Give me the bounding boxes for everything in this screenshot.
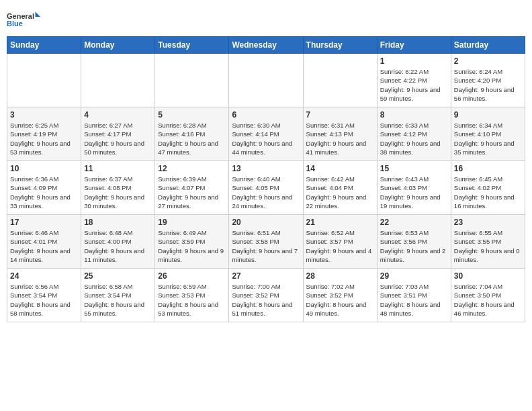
- day-number: 20: [232, 218, 300, 227]
- day-header-monday: Monday: [81, 37, 155, 54]
- day-number: 19: [158, 218, 226, 227]
- day-info: Sunrise: 7:02 AMSunset: 3:52 PMDaylight:…: [306, 282, 374, 318]
- calendar-cell: 29Sunrise: 7:03 AMSunset: 3:51 PMDayligh…: [377, 269, 451, 322]
- day-header-thursday: Thursday: [303, 37, 377, 54]
- day-number: 23: [454, 218, 522, 227]
- calendar-cell: 12Sunrise: 6:39 AMSunset: 4:07 PMDayligh…: [155, 161, 229, 215]
- day-number: 29: [380, 271, 448, 281]
- calendar-cell: 26Sunrise: 6:59 AMSunset: 3:53 PMDayligh…: [155, 269, 229, 322]
- day-info: Sunrise: 6:39 AMSunset: 4:07 PMDaylight:…: [158, 175, 226, 210]
- day-info: Sunrise: 6:51 AMSunset: 3:58 PMDaylight:…: [232, 228, 300, 264]
- calendar-cell: 8Sunrise: 6:33 AMSunset: 4:12 PMDaylight…: [377, 107, 451, 161]
- day-number: 14: [306, 164, 374, 173]
- calendar-cell: 24Sunrise: 6:56 AMSunset: 3:54 PMDayligh…: [7, 269, 81, 322]
- day-number: 24: [10, 271, 78, 281]
- calendar-cell: [81, 54, 155, 107]
- calendar-cell: 22Sunrise: 6:53 AMSunset: 3:56 PMDayligh…: [377, 215, 451, 269]
- day-info: Sunrise: 6:36 AMSunset: 4:09 PMDaylight:…: [10, 175, 78, 210]
- calendar-cell: [155, 54, 229, 107]
- day-number: 1: [380, 56, 448, 66]
- day-number: 9: [454, 110, 522, 120]
- day-info: Sunrise: 6:24 AMSunset: 4:20 PMDaylight:…: [454, 67, 522, 103]
- day-number: 17: [10, 218, 78, 227]
- day-number: 28: [306, 271, 374, 281]
- day-number: 5: [158, 110, 226, 120]
- day-header-saturday: Saturday: [451, 37, 525, 54]
- day-number: 2: [454, 56, 522, 66]
- day-info: Sunrise: 6:59 AMSunset: 3:53 PMDaylight:…: [158, 282, 226, 318]
- day-number: 3: [10, 110, 78, 120]
- day-number: 8: [380, 110, 448, 120]
- day-info: Sunrise: 6:55 AMSunset: 3:55 PMDaylight:…: [454, 228, 522, 264]
- logo-svg: General Blue: [7, 7, 40, 34]
- day-info: Sunrise: 6:58 AMSunset: 3:54 PMDaylight:…: [84, 282, 152, 318]
- calendar-cell: [229, 54, 303, 107]
- day-info: Sunrise: 7:04 AMSunset: 3:50 PMDaylight:…: [454, 282, 522, 318]
- day-info: Sunrise: 6:52 AMSunset: 3:57 PMDaylight:…: [306, 228, 374, 264]
- day-number: 26: [158, 271, 226, 281]
- calendar-table: SundayMondayTuesdayWednesdayThursdayFrid…: [7, 36, 525, 322]
- day-info: Sunrise: 6:28 AMSunset: 4:16 PMDaylight:…: [158, 121, 226, 156]
- week-row-3: 10Sunrise: 6:36 AMSunset: 4:09 PMDayligh…: [7, 161, 525, 215]
- week-row-4: 17Sunrise: 6:46 AMSunset: 4:01 PMDayligh…: [7, 215, 525, 269]
- calendar-cell: 21Sunrise: 6:52 AMSunset: 3:57 PMDayligh…: [303, 215, 377, 269]
- calendar-cell: 1Sunrise: 6:22 AMSunset: 4:22 PMDaylight…: [377, 54, 451, 107]
- day-info: Sunrise: 6:43 AMSunset: 4:03 PMDaylight:…: [380, 175, 448, 210]
- calendar-cell: 19Sunrise: 6:49 AMSunset: 3:59 PMDayligh…: [155, 215, 229, 269]
- week-row-1: 1Sunrise: 6:22 AMSunset: 4:22 PMDaylight…: [7, 54, 525, 107]
- calendar-cell: 10Sunrise: 6:36 AMSunset: 4:09 PMDayligh…: [7, 161, 81, 215]
- day-info: Sunrise: 6:22 AMSunset: 4:22 PMDaylight:…: [380, 67, 448, 103]
- calendar-cell: 6Sunrise: 6:30 AMSunset: 4:14 PMDaylight…: [229, 107, 303, 161]
- day-header-wednesday: Wednesday: [229, 37, 303, 54]
- day-info: Sunrise: 6:53 AMSunset: 3:56 PMDaylight:…: [380, 228, 448, 264]
- day-info: Sunrise: 6:45 AMSunset: 4:02 PMDaylight:…: [454, 175, 522, 210]
- day-info: Sunrise: 6:27 AMSunset: 4:17 PMDaylight:…: [84, 121, 152, 156]
- calendar-cell: 11Sunrise: 6:37 AMSunset: 4:08 PMDayligh…: [81, 161, 155, 215]
- logo: General Blue: [7, 7, 40, 34]
- day-info: Sunrise: 6:46 AMSunset: 4:01 PMDaylight:…: [10, 228, 78, 264]
- day-number: 6: [232, 110, 300, 120]
- calendar-cell: 14Sunrise: 6:42 AMSunset: 4:04 PMDayligh…: [303, 161, 377, 215]
- calendar-cell: 15Sunrise: 6:43 AMSunset: 4:03 PMDayligh…: [377, 161, 451, 215]
- day-number: 7: [306, 110, 374, 120]
- svg-text:General: General: [7, 12, 34, 20]
- week-row-5: 24Sunrise: 6:56 AMSunset: 3:54 PMDayligh…: [7, 269, 525, 322]
- day-info: Sunrise: 6:40 AMSunset: 4:05 PMDaylight:…: [232, 175, 300, 210]
- day-header-sunday: Sunday: [7, 37, 81, 54]
- day-info: Sunrise: 6:30 AMSunset: 4:14 PMDaylight:…: [232, 121, 300, 156]
- day-number: 27: [232, 271, 300, 281]
- calendar-cell: 13Sunrise: 6:40 AMSunset: 4:05 PMDayligh…: [229, 161, 303, 215]
- calendar-cell: 30Sunrise: 7:04 AMSunset: 3:50 PMDayligh…: [451, 269, 525, 322]
- day-number: 10: [10, 164, 78, 173]
- calendar-cell: 28Sunrise: 7:02 AMSunset: 3:52 PMDayligh…: [303, 269, 377, 322]
- day-number: 12: [158, 164, 226, 173]
- day-number: 22: [380, 218, 448, 227]
- day-header-friday: Friday: [377, 37, 451, 54]
- day-number: 21: [306, 218, 374, 227]
- calendar-cell: 27Sunrise: 7:00 AMSunset: 3:52 PMDayligh…: [229, 269, 303, 322]
- day-info: Sunrise: 6:33 AMSunset: 4:12 PMDaylight:…: [380, 121, 448, 156]
- day-info: Sunrise: 6:25 AMSunset: 4:19 PMDaylight:…: [10, 121, 78, 156]
- calendar-cell: 16Sunrise: 6:45 AMSunset: 4:02 PMDayligh…: [451, 161, 525, 215]
- day-info: Sunrise: 6:48 AMSunset: 4:00 PMDaylight:…: [84, 228, 152, 264]
- day-number: 13: [232, 164, 300, 173]
- header: General Blue: [7, 7, 525, 34]
- day-number: 11: [84, 164, 152, 173]
- day-number: 25: [84, 271, 152, 281]
- calendar-cell: 2Sunrise: 6:24 AMSunset: 4:20 PMDaylight…: [451, 54, 525, 107]
- calendar-cell: 20Sunrise: 6:51 AMSunset: 3:58 PMDayligh…: [229, 215, 303, 269]
- day-number: 15: [380, 164, 448, 173]
- day-number: 30: [454, 271, 522, 281]
- calendar-cell: 18Sunrise: 6:48 AMSunset: 4:00 PMDayligh…: [81, 215, 155, 269]
- calendar-cell: 9Sunrise: 6:34 AMSunset: 4:10 PMDaylight…: [451, 107, 525, 161]
- calendar-cell: 5Sunrise: 6:28 AMSunset: 4:16 PMDaylight…: [155, 107, 229, 161]
- day-number: 4: [84, 110, 152, 120]
- calendar-cell: 4Sunrise: 6:27 AMSunset: 4:17 PMDaylight…: [81, 107, 155, 161]
- calendar-cell: 7Sunrise: 6:31 AMSunset: 4:13 PMDaylight…: [303, 107, 377, 161]
- calendar-cell: [7, 54, 81, 107]
- day-info: Sunrise: 6:56 AMSunset: 3:54 PMDaylight:…: [10, 282, 78, 318]
- day-header-tuesday: Tuesday: [155, 37, 229, 54]
- day-info: Sunrise: 6:49 AMSunset: 3:59 PMDaylight:…: [158, 228, 226, 264]
- day-number: 18: [84, 218, 152, 227]
- day-info: Sunrise: 7:00 AMSunset: 3:52 PMDaylight:…: [232, 282, 300, 318]
